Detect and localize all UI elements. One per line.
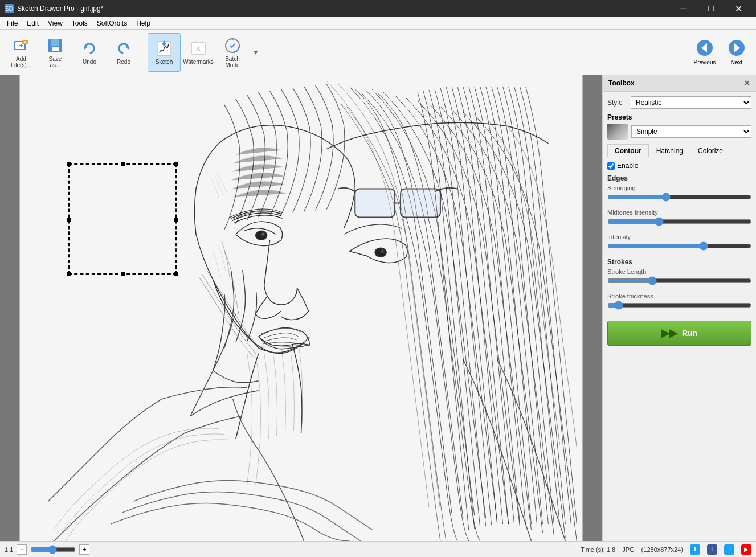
menu-view[interactable]: View: [43, 17, 67, 29]
format-status: JPG: [622, 546, 634, 553]
presets-select[interactable]: Simple Detailed Soft Hard: [631, 125, 751, 138]
enable-checkbox[interactable]: [607, 162, 615, 170]
twitter-icon[interactable]: t: [724, 544, 734, 555]
menu-edit[interactable]: Edit: [22, 17, 43, 29]
intensity-slider-row: Intensity: [607, 234, 751, 252]
smudging-label: Smudging: [607, 185, 751, 191]
next-icon: [728, 39, 746, 58]
run-label: Run: [682, 329, 697, 338]
svg-rect-28: [355, 189, 395, 218]
watermarks-button[interactable]: A Watermarks: [182, 33, 215, 72]
tab-colorize[interactable]: Colorize: [690, 144, 730, 157]
edges-section-label: Edges: [607, 174, 751, 182]
zoom-in-button[interactable]: +: [79, 544, 89, 555]
toolbox-title: Toolbox: [608, 79, 635, 87]
previous-label: Previous: [694, 59, 716, 65]
run-button[interactable]: ▶▶ Run: [607, 321, 751, 346]
dimensions-status: (1280x877x24): [641, 546, 683, 553]
tab-contour[interactable]: Contour: [607, 144, 649, 157]
style-row: Style Realistic Simple Detailed Artistic: [607, 96, 751, 109]
save-as-icon: [46, 36, 64, 55]
strokes-section-label: Strokes: [607, 258, 751, 266]
menu-bar: File Edit View Tools SoftOrbits Help: [0, 17, 756, 30]
sketch-button[interactable]: Sketch: [148, 33, 181, 72]
midtones-slider-row: Midtones Intensity: [607, 209, 751, 228]
maximize-button[interactable]: □: [698, 0, 724, 17]
tab-hatching[interactable]: Hatching: [649, 144, 690, 157]
minimize-button[interactable]: ─: [671, 0, 697, 17]
canvas-area[interactable]: [0, 75, 602, 541]
add-files-icon: +: [12, 36, 30, 55]
title-bar: SD Sketch Drawer Pro - girl.jpg* ─ □ ✕: [0, 0, 756, 17]
svg-rect-7: [51, 39, 59, 46]
save-as-label: Save as...: [49, 56, 62, 68]
status-bar-right: Time (s): 1.8 JPG (1280x877x24) ℹ f t ▶: [581, 544, 751, 555]
previous-button[interactable]: Previous: [690, 33, 720, 72]
close-button[interactable]: ✕: [725, 0, 751, 17]
menu-file[interactable]: File: [2, 17, 22, 29]
enable-label: Enable: [617, 162, 638, 170]
stroke-length-slider[interactable]: [607, 276, 751, 285]
redo-label: Redo: [117, 59, 130, 65]
toolbox-close-button[interactable]: ✕: [743, 79, 750, 88]
smudging-slider-row: Smudging: [607, 185, 751, 203]
svg-point-27: [381, 249, 384, 253]
next-button[interactable]: Next: [722, 33, 751, 72]
batch-mode-button[interactable]: Batch Mode: [216, 33, 249, 72]
intensity-slider[interactable]: [607, 241, 751, 251]
menu-help[interactable]: Help: [132, 17, 155, 29]
info-icon[interactable]: ℹ: [690, 544, 700, 555]
svg-point-12: [162, 42, 166, 46]
svg-rect-29: [401, 189, 440, 218]
stroke-thickness-slider-row: Stroke thickness: [607, 293, 751, 312]
menu-tools[interactable]: Tools: [67, 17, 92, 29]
undo-button[interactable]: Undo: [73, 33, 106, 72]
tabs: Contour Hatching Colorize: [607, 144, 751, 157]
more-options[interactable]: ▼: [252, 48, 259, 56]
save-as-button[interactable]: Save as...: [39, 33, 72, 72]
presets-label: Presets: [607, 113, 751, 121]
undo-label: Undo: [83, 59, 96, 65]
batch-mode-label: Batch Mode: [225, 56, 240, 68]
undo-icon: [80, 39, 99, 58]
youtube-icon[interactable]: ▶: [741, 544, 751, 555]
app-icon: SD: [5, 4, 14, 13]
smudging-slider[interactable]: [607, 193, 751, 202]
run-arrow-icon: ▶▶: [661, 327, 677, 339]
redo-button[interactable]: Redo: [107, 33, 140, 72]
midtones-slider[interactable]: [607, 217, 751, 226]
toolbar-separator-1: [144, 35, 144, 69]
main-content: Toolbox ✕ Style Realistic Simple Detaile…: [0, 75, 756, 541]
facebook-icon[interactable]: f: [707, 544, 717, 555]
stroke-thickness-label: Stroke thickness: [607, 293, 751, 300]
add-files-button[interactable]: + Add File(s)...: [5, 33, 38, 72]
stroke-thickness-slider[interactable]: [607, 301, 751, 310]
batch-mode-icon: [223, 36, 242, 55]
toolbar: + Add File(s)... Save as... Undo: [0, 30, 756, 75]
sketch-canvas: [0, 75, 602, 541]
add-files-label: Add File(s)...: [11, 56, 31, 68]
zoom-out-button[interactable]: −: [17, 544, 27, 555]
presets-row: Simple Detailed Soft Hard: [607, 124, 751, 140]
intensity-label: Intensity: [607, 234, 751, 240]
toolbox-body: Style Realistic Simple Detailed Artistic…: [603, 92, 756, 541]
toolbox-header: Toolbox ✕: [603, 75, 756, 92]
zoom-level: 1:1: [5, 546, 13, 553]
sketch-icon: [155, 39, 173, 58]
presets-icon: [607, 124, 628, 140]
menu-softorbits[interactable]: SoftOrbits: [92, 17, 132, 29]
svg-text:+: +: [24, 40, 27, 45]
zoom-slider[interactable]: [30, 545, 76, 554]
toolbox-panel: Toolbox ✕ Style Realistic Simple Detaile…: [602, 75, 756, 541]
svg-rect-8: [52, 47, 59, 51]
style-select[interactable]: Realistic Simple Detailed Artistic: [631, 96, 751, 109]
time-status: Time (s): 1.8: [581, 546, 615, 553]
redo-icon: [115, 39, 133, 58]
svg-point-25: [261, 232, 265, 236]
watermarks-label: Watermarks: [183, 59, 214, 65]
stroke-length-slider-row: Stroke Length: [607, 268, 751, 287]
status-bar-left: 1:1 − +: [5, 544, 89, 555]
svg-text:A: A: [196, 45, 201, 52]
status-bar: 1:1 − + Time (s): 1.8 JPG (1280x877x24) …: [0, 541, 756, 557]
sketch-label: Sketch: [156, 59, 173, 65]
